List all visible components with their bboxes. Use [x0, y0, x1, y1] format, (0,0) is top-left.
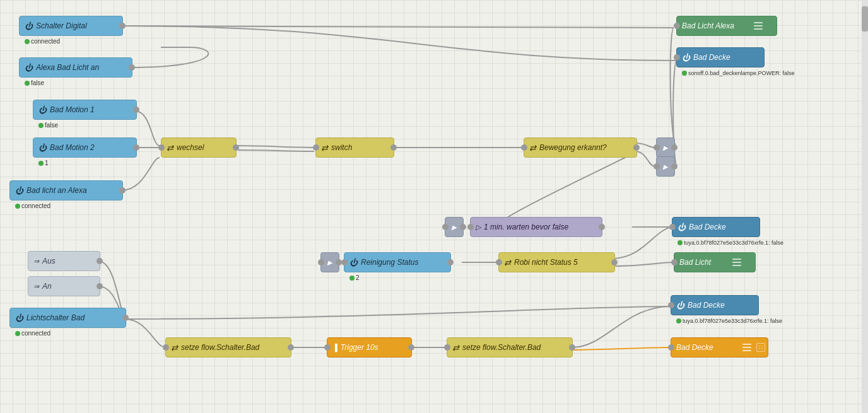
node-robi[interactable]: ⇄ Robi nicht Status 5 — [498, 252, 615, 272]
input-port[interactable] — [324, 344, 331, 351]
scrollbar-thumb[interactable] — [862, 6, 868, 32]
input-port[interactable] — [442, 224, 449, 230]
status-dot — [15, 204, 20, 209]
output-port[interactable] — [122, 315, 129, 321]
output-port[interactable] — [129, 64, 135, 71]
switch-icon: ⇄ — [171, 343, 178, 352]
node-bad-licht-out[interactable]: Bad Licht — [674, 252, 756, 272]
node-wechsel[interactable]: ⇄ wechsel — [161, 137, 237, 158]
output-port[interactable] — [671, 163, 677, 170]
node-label: Bad Licht — [679, 258, 711, 267]
status-label: tuya.0.bf78f027e5e33c3d76xrfe.1: false — [683, 318, 782, 324]
node-delay[interactable]: ▷ 1 min. warten bevor false — [470, 217, 602, 237]
node-alexa-bad-licht[interactable]: ⏻ Alexa Bad Licht an false — [19, 57, 132, 78]
node-label: switch — [331, 143, 352, 152]
node-label: Lichtschalter Bad — [26, 313, 85, 322]
menu-icon[interactable] — [742, 344, 751, 351]
input-port[interactable] — [674, 23, 680, 29]
input-port[interactable] — [313, 144, 319, 151]
input-port[interactable] — [318, 259, 324, 265]
node-label: Bad Licht Alexa — [682, 21, 734, 30]
input-port[interactable] — [674, 54, 680, 61]
node-setze-flow-1[interactable]: ⇄ setze flow.Schalter.Bad — [165, 337, 291, 358]
input-port[interactable] — [521, 144, 527, 151]
status-dot — [676, 318, 681, 323]
switch-icon: ⇄ — [321, 143, 328, 153]
node-label: wechsel — [177, 143, 204, 152]
node-label: setze flow.Schalter.Bad — [462, 343, 541, 352]
status-label: connected — [21, 330, 50, 337]
input-port[interactable] — [341, 259, 348, 265]
output-port[interactable] — [119, 187, 126, 194]
output-port[interactable] — [97, 283, 103, 289]
power-icon: ⏻ — [38, 105, 47, 115]
node-red-canvas[interactable]: ⏻ Schalter Digital connected ⏻ Alexa Bad… — [0, 0, 868, 413]
power-icon: ⏻ — [682, 53, 690, 62]
node-bad-decke-3[interactable]: ⏻ Bad Decke tuya.0.bf78f027e5e33c3d76xrf… — [671, 295, 759, 315]
node-bad-licht-alexa-out[interactable]: Bad Licht Alexa — [676, 16, 777, 36]
node-bad-motion-1[interactable]: ⏻ Bad Motion 1 false — [33, 100, 137, 120]
input-port[interactable] — [158, 144, 165, 151]
node-bad-decke-1[interactable]: ⏻ Bad Decke sonoff.0.bad_deckenlampe.POW… — [676, 47, 765, 67]
arrow-icon: ▶ — [663, 144, 668, 151]
node-arrow-in-rein[interactable]: ▶ — [320, 252, 339, 272]
power-icon: ⏻ — [15, 313, 23, 323]
node-bad-decke-2[interactable]: ⏻ Bad Decke tuya.0.bf78f027e5e33c3d76xrf… — [672, 217, 760, 237]
node-bad-motion-2[interactable]: ⏻ Bad Motion 2 1 — [33, 137, 137, 158]
status-label: 2 — [356, 274, 360, 281]
output-port[interactable] — [611, 259, 618, 265]
input-port[interactable] — [668, 344, 674, 351]
node-arrow-out-2[interactable]: ▶ — [656, 156, 675, 177]
node-setze-flow-2[interactable]: ⇄ setze flow.Schalter.Bad — [447, 337, 573, 358]
input-port[interactable] — [668, 302, 674, 308]
node-bewegung[interactable]: ⇄ Bewegung erkannt? — [524, 137, 637, 158]
node-bad-decke-orange[interactable]: Bad Decke □ — [671, 337, 768, 358]
output-port[interactable] — [97, 258, 103, 264]
output-port[interactable] — [633, 144, 640, 151]
output-port[interactable] — [671, 144, 677, 151]
status-label: false — [45, 122, 58, 129]
node-lichtschalter[interactable]: ⏻ Lichtschalter Bad connected — [9, 308, 126, 328]
output-port[interactable] — [569, 344, 575, 351]
node-arrow-in-delay[interactable]: ▶ — [445, 217, 464, 237]
power-icon: ⏻ — [38, 143, 47, 153]
node-reinigung[interactable]: ⏻ Reinigung Status 2 — [344, 252, 451, 272]
node-schalter-digital[interactable]: ⏻ Schalter Digital connected — [19, 16, 123, 36]
output-port[interactable] — [119, 23, 126, 29]
arrow-icon: ▶ — [452, 224, 457, 231]
menu-icon[interactable] — [754, 22, 763, 30]
input-port[interactable] — [654, 163, 660, 170]
node-label: Bad Decke — [693, 53, 730, 62]
output-port[interactable] — [233, 144, 239, 151]
output-port[interactable] — [408, 344, 414, 351]
status-label: 1 — [45, 160, 49, 166]
node-label: Bad Motion 2 — [50, 143, 95, 152]
output-port[interactable] — [133, 107, 139, 113]
node-bad-licht-alexa[interactable]: ⏻ Bad licht an Alexa connected — [9, 180, 123, 201]
input-port[interactable] — [654, 144, 660, 151]
output-port[interactable] — [460, 224, 466, 230]
node-label: Trigger 10s — [341, 343, 378, 352]
input-port[interactable] — [163, 344, 169, 351]
timer-icon: ▷ — [476, 223, 481, 231]
switch-icon: ⇄ — [167, 143, 173, 153]
output-port[interactable] — [599, 224, 605, 230]
node-an[interactable]: ⇒ An — [28, 276, 100, 296]
output-port[interactable] — [447, 259, 454, 265]
status-dot — [25, 39, 30, 44]
input-port[interactable] — [467, 224, 474, 230]
scrollbar[interactable] — [862, 0, 868, 413]
output-port[interactable] — [288, 344, 294, 351]
output-port[interactable] — [390, 144, 397, 151]
input-port[interactable] — [671, 259, 677, 265]
input-port[interactable] — [496, 259, 502, 265]
expand-icon[interactable]: □ — [756, 343, 765, 352]
input-port[interactable] — [669, 224, 676, 230]
node-trigger-10s[interactable]: ▐ Trigger 10s — [327, 337, 412, 358]
output-port[interactable] — [133, 144, 139, 151]
node-aus[interactable]: ⇒ Aus — [28, 251, 100, 271]
menu-icon[interactable] — [732, 259, 741, 266]
input-port[interactable] — [444, 344, 450, 351]
node-switch[interactable]: ⇄ switch — [315, 137, 394, 158]
node-arrow-out-1[interactable]: ▶ — [656, 137, 675, 158]
